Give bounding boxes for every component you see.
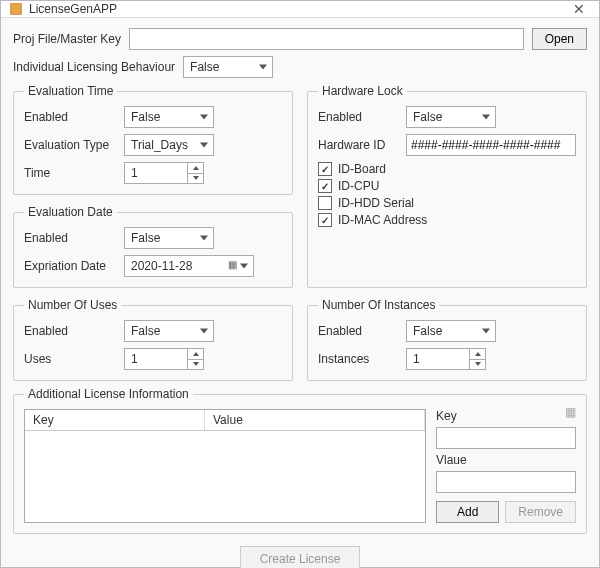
chevron-up-icon[interactable] (188, 163, 203, 173)
hardware-lock-group: Hardware Lock Enabled False Hardware ID … (307, 84, 587, 288)
window-title: LicenseGenAPP (29, 2, 117, 16)
uses-enabled-label: Enabled (24, 324, 116, 338)
id-cpu-label: ID-CPU (338, 179, 379, 193)
open-button[interactable]: Open (532, 28, 587, 50)
instances-spinner[interactable]: 1 (406, 348, 486, 370)
hwlock-id-input[interactable] (406, 134, 576, 156)
svg-rect-0 (11, 4, 22, 15)
evaltime-enabled-select[interactable]: False (124, 106, 214, 128)
instances-label: Instances (318, 352, 398, 366)
id-hdd-checkbox[interactable] (318, 196, 332, 210)
remove-button[interactable]: Remove (505, 501, 576, 523)
evaltime-enabled-label: Enabled (24, 110, 116, 124)
hwlock-id-label: Hardware ID (318, 138, 398, 152)
proj-file-label: Proj File/Master Key (13, 32, 121, 46)
value-input[interactable] (436, 471, 576, 493)
evaldate-enabled-select[interactable]: False (124, 227, 214, 249)
number-of-instances-group: Number Of Instances Enabled False Instan… (307, 298, 587, 381)
uses-spinner[interactable]: 1 (124, 348, 204, 370)
evaluation-date-legend: Evaluation Date (24, 205, 117, 219)
expiration-date-picker[interactable]: 2020-11-28▦ (124, 255, 254, 277)
chevron-up-icon[interactable] (188, 349, 203, 359)
chevron-up-icon[interactable] (470, 349, 485, 359)
evaluation-time-legend: Evaluation Time (24, 84, 117, 98)
chevron-down-icon[interactable] (188, 359, 203, 370)
app-window: LicenseGenAPP ✕ Proj File/Master Key Ope… (0, 0, 600, 568)
proj-file-input[interactable] (129, 28, 524, 50)
evaluation-time-group: Evaluation Time Enabled False Evaluation… (13, 84, 293, 195)
app-icon (9, 2, 23, 16)
chevron-down-icon[interactable] (188, 173, 203, 184)
add-button[interactable]: Add (436, 501, 499, 523)
evaltime-type-select[interactable]: Trial_Days (124, 134, 214, 156)
evaltime-time-spinner[interactable]: 1 (124, 162, 204, 184)
evaltime-time-label: Time (24, 166, 116, 180)
additional-license-info-group: Additional License Information Key Value… (13, 387, 587, 534)
id-board-label: ID-Board (338, 162, 386, 176)
key-input[interactable] (436, 427, 576, 449)
id-mac-label: ID-MAC Address (338, 213, 427, 227)
evaldate-enabled-label: Enabled (24, 231, 116, 245)
individual-licensing-select[interactable]: False (183, 56, 273, 78)
evaluation-date-group: Evaluation Date Enabled False Expriation… (13, 205, 293, 288)
evaltime-type-label: Evaluation Type (24, 138, 116, 152)
value-column-header: Value (205, 410, 425, 430)
uses-label: Uses (24, 352, 116, 366)
number-of-uses-group: Number Of Uses Enabled False Uses 1 (13, 298, 293, 381)
hwlock-enabled-select[interactable]: False (406, 106, 496, 128)
id-board-checkbox[interactable] (318, 162, 332, 176)
id-cpu-checkbox[interactable] (318, 179, 332, 193)
id-mac-checkbox[interactable] (318, 213, 332, 227)
instances-enabled-label: Enabled (318, 324, 398, 338)
create-license-button[interactable]: Create License (240, 546, 360, 568)
evaldate-expiration-label: Expriation Date (24, 259, 116, 273)
key-column-header: Key (25, 410, 205, 430)
key-input-label: Key (436, 409, 576, 423)
key-value-list[interactable]: Key Value (24, 409, 426, 523)
instances-enabled-select[interactable]: False (406, 320, 496, 342)
individual-licensing-label: Individual Licensing Behaviour (13, 60, 175, 74)
value-input-label: Vlaue (436, 453, 576, 467)
hardware-lock-legend: Hardware Lock (318, 84, 407, 98)
titlebar: LicenseGenAPP ✕ (1, 1, 599, 18)
hwlock-enabled-label: Enabled (318, 110, 398, 124)
id-hdd-label: ID-HDD Serial (338, 196, 414, 210)
calendar-icon: ▦ (228, 259, 237, 270)
number-of-uses-legend: Number Of Uses (24, 298, 121, 312)
close-icon[interactable]: ✕ (565, 1, 593, 17)
number-of-instances-legend: Number Of Instances (318, 298, 439, 312)
calendar-icon[interactable]: ▦ (565, 405, 576, 419)
uses-enabled-select[interactable]: False (124, 320, 214, 342)
additional-license-info-legend: Additional License Information (24, 387, 193, 401)
chevron-down-icon[interactable] (470, 359, 485, 370)
